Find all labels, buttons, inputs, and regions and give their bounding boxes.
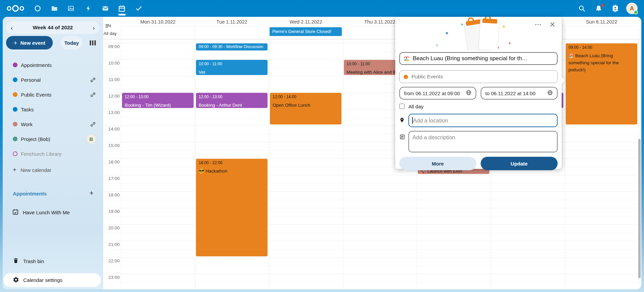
day-header[interactable]: Tue 1.11.2022 [195,19,269,25]
photos-icon[interactable] [66,0,76,17]
status-online-dot [634,10,638,14]
new-event-button[interactable]: + New event [6,36,53,49]
shared-link-icon[interactable] [90,77,96,83]
activity-icon[interactable] [83,0,93,17]
notifications-bell-icon[interactable] [594,0,604,17]
more-button[interactable]: More [399,157,476,170]
calendar-event[interactable]: 12:00 - 13:00Booking - Arthur Dent [196,93,268,108]
calendar-event[interactable]: 09:00 - 09:30 - Workflow Discussion [196,43,268,50]
calendar-name: Tasks [21,107,96,112]
timezone-globe-icon[interactable] [547,90,553,97]
event-title: Vet [199,69,265,75]
start-datetime-field[interactable]: from 06.11.2022 at 09:00 [399,87,476,100]
previous-week-button[interactable]: ‹ [11,25,13,31]
calendar-color-dot [13,63,17,67]
calendar-color-dot [13,92,17,97]
today-button[interactable]: Today [61,36,82,49]
next-week-button[interactable]: › [93,25,95,31]
timezone-globe-icon[interactable] [466,90,472,97]
beach-emoji-icon: 🏖️ [403,56,410,62]
day-header[interactable]: Wed 2.11.2022 [269,19,343,25]
end-datetime-field[interactable]: to 06.11.2022 at 14:00 [481,87,558,100]
calendar-list-item[interactable]: Public Events [3,87,103,102]
hour-label: 23:00 [102,275,120,280]
calendar-event[interactable]: 16:00 - 22:00😎 Hackathon [196,159,268,256]
tasks-icon[interactable] [134,0,144,17]
calendar-event[interactable]: 09:00 - 14:00🏖️ Beach Luau (Bring someth… [566,43,637,124]
new-calendar-button[interactable]: + New calendar [3,162,103,177]
calendar-event[interactable]: 10:00 - 11:00Vet [196,60,268,75]
description-row: Add a description [399,131,558,152]
search-icon[interactable] [577,0,587,17]
files-icon[interactable] [49,0,59,17]
calendar-color-dot [13,122,17,126]
column-line [565,26,565,289]
half-hour-line [104,183,639,184]
event-time: 16:00 - 22:00 [199,160,265,165]
nextcloud-logo[interactable] [5,0,26,17]
all-day-label: All day [104,31,117,36]
popup-buttons: More Update [399,157,558,170]
popup-more-menu-icon[interactable] [535,22,541,28]
day-header[interactable]: Sun 6.11.2022 [565,19,639,25]
update-button[interactable]: Update [481,157,558,170]
vertical-scrollbar[interactable] [638,139,641,278]
location-row: Add a location [399,114,558,127]
hour-label: 13:00 [102,110,120,115]
event-title-input[interactable]: 🏖️ Beach Luau (Bring something special f… [399,52,558,65]
trash-bin-button[interactable]: Trash bin [3,254,103,268]
event-title: Open Office Lunch [273,102,339,109]
half-hour-line [104,249,639,250]
event-title: 😎 Hackathon [199,168,265,175]
trash-icon [13,257,19,265]
description-input[interactable]: Add a description [408,131,558,152]
notification-badge [601,4,604,7]
hour-label: 18:00 [102,192,120,197]
shared-user-badge[interactable]: B [87,135,96,144]
hour-line [104,208,639,208]
topbar: A [0,0,644,17]
location-pin-icon [399,114,408,125]
hour-label: 09:00 [102,44,120,49]
event-title: Booking - Tim (Wizard) [125,102,191,108]
description-icon [399,131,408,141]
hour-line [104,175,639,175]
calendar-color-dot [13,137,17,141]
day-header[interactable]: Mon 31.10.2022 [121,19,195,25]
sidebar: ‹ Week 44 of 2022 › + New event Today Ap… [3,17,103,289]
shared-link-icon[interactable] [90,92,96,98]
column-line [195,26,195,289]
calendar-color-dot [13,151,17,156]
calendar-name: Public Events [21,92,90,98]
dashboard-icon[interactable] [33,0,43,17]
mail-icon[interactable] [100,0,110,17]
hour-label: 17:00 [102,176,120,181]
calendar-event[interactable]: 12:00 - 14:00Open Office Lunch [270,93,341,124]
calendar-name: Appointments [21,62,96,68]
calendar-list-item[interactable]: Fenchurch Library [3,146,103,161]
calendar-color-dot [13,107,17,112]
calendar-list-item[interactable]: Work [3,117,103,132]
add-appointment-button[interactable]: + [89,189,93,197]
hour-label: 16:00 [102,159,120,165]
all-day-row: All day [399,103,558,110]
calendar-settings-button[interactable]: Calendar settings [3,273,101,287]
calendar-list-item[interactable]: Tasks [3,102,103,117]
half-hour-line [104,216,639,217]
shared-link-icon[interactable] [90,121,96,127]
calendar-event[interactable]: 12:00 - 13:00Booking - Tim (Wizard) [122,93,194,108]
close-icon[interactable] [549,21,556,29]
allday-event[interactable]: Pierre's General Store Closed! [270,27,342,36]
collapse-allday-icon[interactable] [105,22,112,30]
calendar-list-item[interactable]: Personal [3,72,103,87]
appointment-item[interactable]: Have Lunch With Me [3,205,103,220]
view-mode-icon[interactable] [88,39,97,46]
calendar-select[interactable]: Public Events [399,70,558,83]
location-input[interactable]: Add a location [408,114,558,127]
calendar-list-item[interactable]: Project (Bob)B [3,132,103,146]
event-title: 🏖️ Beach Luau (Bring something special f… [568,52,635,74]
contacts-icon[interactable] [610,0,620,17]
calendar-list-item[interactable]: Appointments [3,58,103,72]
all-day-checkbox[interactable] [399,104,405,109]
calendar-color-dot [13,77,17,82]
